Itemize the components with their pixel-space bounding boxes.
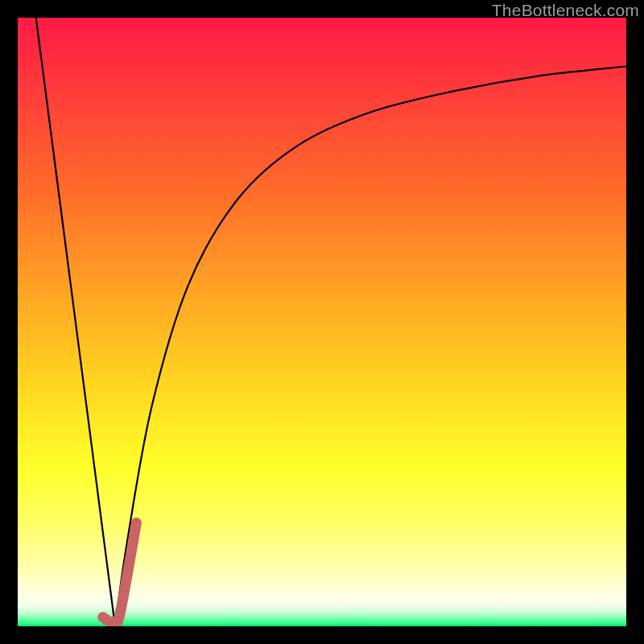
right-rising-curve	[115, 67, 626, 627]
curves-layer	[18, 18, 626, 626]
plot-area	[18, 18, 626, 626]
chart-frame: TheBottleneck.com	[0, 0, 644, 644]
left-falling-line	[36, 18, 115, 626]
